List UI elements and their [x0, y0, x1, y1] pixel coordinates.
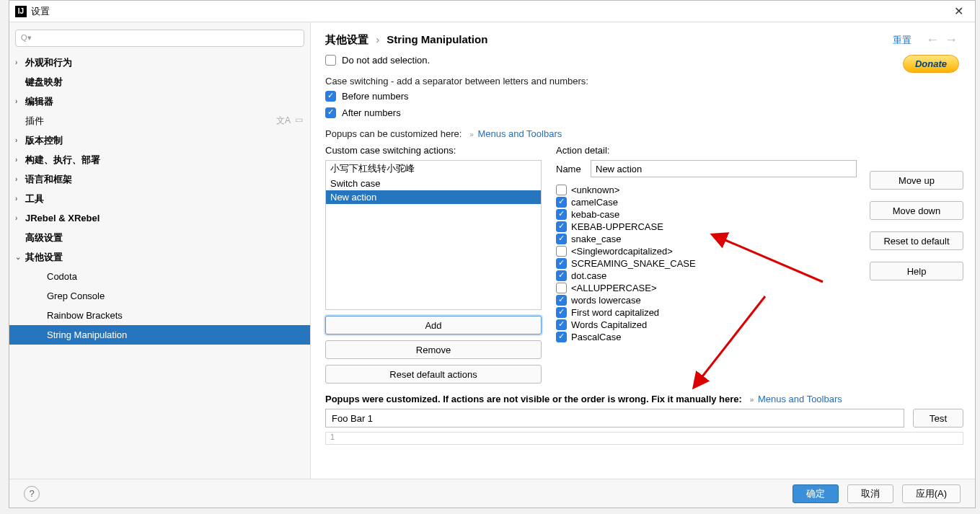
apply-button[interactable]: 应用(A): [902, 484, 961, 503]
settings-tree[interactable]: ›外观和行为键盘映射›编辑器插件文A▭›版本控制›构建、执行、部署›语言和框架›…: [9, 53, 310, 474]
cancel-button[interactable]: 取消: [847, 484, 893, 503]
sidebar-item[interactable]: ›工具: [9, 189, 310, 208]
search-input[interactable]: [15, 30, 304, 47]
reset-default-button[interactable]: Reset to default: [870, 231, 963, 250]
before-numbers-label: Before numbers: [342, 91, 409, 102]
sidebar-item[interactable]: 高级设置: [9, 228, 310, 247]
style-row[interactable]: kebab-case: [556, 209, 857, 220]
style-label: snake_case: [571, 234, 621, 244]
donate-button[interactable]: Donate: [903, 55, 959, 73]
style-checkbox[interactable]: [556, 185, 567, 195]
style-label: <unknown>: [571, 185, 619, 195]
sidebar-item-label: 高级设置: [25, 231, 63, 244]
warning-label: Popups were customized. If actions are n…: [325, 394, 742, 404]
style-checkbox[interactable]: [556, 307, 567, 318]
sidebar-item-label: 其他设置: [25, 251, 63, 264]
sidebar-item[interactable]: 插件文A▭: [9, 111, 310, 130]
do-not-add-checkbox[interactable]: [325, 55, 336, 66]
chevron-icon: »: [750, 396, 754, 404]
sidebar-item[interactable]: ⌄其他设置: [9, 247, 310, 267]
reset-actions-button[interactable]: Reset default actions: [325, 365, 542, 384]
sidebar-item[interactable]: Rainbow Brackets: [9, 306, 310, 325]
ok-button[interactable]: 确定: [793, 484, 839, 503]
sidebar-item[interactable]: ›语言和框架: [9, 169, 310, 189]
sidebar-item[interactable]: 键盘映射: [9, 72, 310, 92]
list-item[interactable]: Switch case: [326, 177, 541, 190]
sidebar-item[interactable]: ›JRebel & XRebel: [9, 208, 310, 228]
app-icon: IJ: [15, 6, 27, 17]
chevron-icon: »: [469, 130, 474, 138]
style-label: SCREAMING_SNAKE_CASE: [571, 258, 696, 269]
close-icon[interactable]: ✕: [948, 4, 969, 18]
chevron-icon: ⌄: [15, 253, 21, 261]
list-item[interactable]: New action: [326, 190, 541, 204]
style-checkbox[interactable]: [556, 234, 567, 244]
style-label: <ALLUPPERCASE>: [571, 283, 657, 293]
style-checkbox[interactable]: [556, 221, 567, 232]
sidebar-item[interactable]: ›构建、执行、部署: [9, 150, 310, 169]
style-checkbox[interactable]: [556, 283, 567, 293]
sidebar-item-label: JRebel & XRebel: [25, 213, 100, 223]
style-label: KEBAB-UPPERCASE: [571, 221, 663, 232]
after-numbers-checkbox[interactable]: [325, 107, 336, 118]
style-checkbox[interactable]: [556, 319, 567, 330]
sidebar-item[interactable]: ›编辑器: [9, 92, 310, 111]
menus-toolbars-link-2[interactable]: Menus and Toolbars: [758, 394, 842, 404]
style-row[interactable]: dot.case: [556, 270, 857, 281]
style-row[interactable]: camelCase: [556, 197, 857, 208]
move-up-button[interactable]: Move up: [870, 171, 963, 190]
chevron-icon: ›: [15, 156, 17, 164]
result-box: 1: [325, 432, 963, 445]
add-button[interactable]: Add: [325, 316, 542, 334]
popups-label: Popups can be customized here:: [325, 128, 462, 139]
style-row[interactable]: <Singlewordcapitalized>: [556, 246, 857, 257]
actions-list[interactable]: 小写下杠线转小驼峰Switch caseNew action: [325, 160, 542, 310]
sidebar-item-label: String Manipulation: [47, 329, 127, 340]
name-input[interactable]: [591, 160, 857, 177]
style-row[interactable]: <unknown>: [556, 185, 857, 195]
breadcrumb: 其他设置 › String Manipulation: [325, 33, 893, 47]
style-checkbox[interactable]: [556, 270, 567, 281]
style-label: <Singlewordcapitalized>: [571, 246, 673, 257]
menus-toolbars-link[interactable]: Menus and Toolbars: [477, 128, 562, 139]
remove-button[interactable]: Remove: [325, 340, 542, 359]
style-row[interactable]: <ALLUPPERCASE>: [556, 283, 857, 293]
chevron-icon: ›: [15, 175, 17, 183]
style-checkbox[interactable]: [556, 246, 567, 257]
action-detail-label: Action detail:: [556, 145, 857, 156]
style-row[interactable]: First word capitalized: [556, 307, 857, 318]
test-button[interactable]: Test: [913, 409, 963, 427]
sidebar-item[interactable]: Grep Console: [9, 286, 310, 306]
sidebar-item[interactable]: String Manipulation: [9, 325, 310, 345]
reset-link[interactable]: 重置: [893, 34, 911, 47]
style-checkbox[interactable]: [556, 295, 567, 306]
move-down-button[interactable]: Move down: [870, 201, 963, 220]
back-icon[interactable]: ←: [926, 32, 939, 48]
style-row[interactable]: Words Capitalized: [556, 319, 857, 330]
style-row[interactable]: KEBAB-UPPERCASE: [556, 221, 857, 232]
test-input[interactable]: [325, 409, 904, 427]
window-title: 设置: [31, 5, 948, 18]
style-label: kebab-case: [571, 209, 619, 220]
chevron-icon: ›: [15, 214, 17, 222]
style-checkbox[interactable]: [556, 197, 567, 208]
sidebar-item[interactable]: ›外观和行为: [9, 53, 310, 72]
style-row[interactable]: PascalCase: [556, 332, 857, 342]
style-checkbox[interactable]: [556, 258, 567, 269]
sidebar-item-label: 版本控制: [25, 134, 63, 147]
sidebar-item[interactable]: ›版本控制: [9, 130, 310, 150]
name-label: Name: [556, 164, 591, 174]
style-row[interactable]: snake_case: [556, 234, 857, 244]
help-icon[interactable]: ?: [24, 486, 40, 502]
style-label: PascalCase: [571, 332, 621, 342]
before-numbers-checkbox[interactable]: [325, 91, 336, 102]
style-checkbox[interactable]: [556, 209, 567, 220]
sidebar-item[interactable]: Codota: [9, 267, 310, 286]
style-row[interactable]: SCREAMING_SNAKE_CASE: [556, 258, 857, 269]
help-button[interactable]: Help: [870, 262, 963, 280]
forward-icon[interactable]: →: [945, 32, 958, 48]
style-checkbox[interactable]: [556, 332, 567, 342]
list-item[interactable]: 小写下杠线转小驼峰: [326, 161, 541, 177]
style-row[interactable]: words lowercase: [556, 295, 857, 306]
style-label: Words Capitalized: [571, 319, 647, 330]
